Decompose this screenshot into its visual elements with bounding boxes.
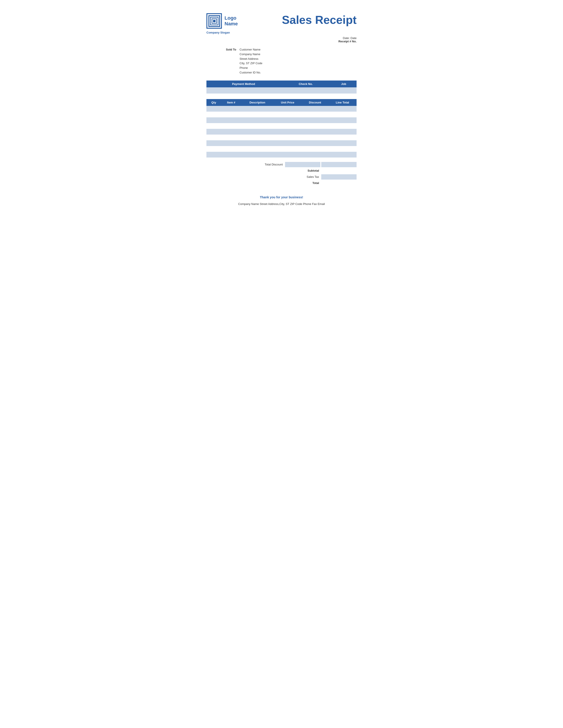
price-cell — [273, 135, 302, 140]
item-cell — [221, 112, 241, 117]
date-value: Date — [351, 36, 357, 40]
total-discount-label: Total Discount — [254, 163, 283, 166]
desc-cell — [241, 146, 273, 152]
company-name: Company Name — [239, 52, 262, 57]
payment-method-cell — [206, 87, 280, 94]
qty-cell — [206, 106, 221, 112]
desc-cell — [241, 106, 273, 112]
desc-cell — [241, 152, 273, 158]
total-cell — [328, 117, 357, 123]
sold-to-section: Sold To Customer Name Company Name Stree… — [206, 47, 357, 75]
line-total-header: Line Total — [328, 99, 357, 106]
price-cell — [273, 146, 302, 152]
total-cell — [328, 140, 357, 146]
total-cell — [328, 123, 357, 129]
desc-cell — [241, 129, 273, 135]
qty-cell — [206, 129, 221, 135]
price-cell — [273, 140, 302, 146]
payment-table: Payment Method Check No. Job — [206, 81, 357, 94]
desc-cell — [241, 112, 273, 117]
desc-cell — [241, 117, 273, 123]
sales-tax-box — [321, 174, 357, 180]
total-label: Total — [297, 181, 319, 185]
discount-cell — [302, 140, 328, 146]
price-cell — [273, 152, 302, 158]
discount-header: Discount — [302, 99, 328, 106]
payment-method-header: Payment Method — [206, 81, 280, 87]
logo-name-line2: Name — [224, 21, 238, 27]
total-row: Total — [297, 180, 357, 186]
receipt-title: Sales Receipt — [282, 13, 357, 26]
discount-cell — [302, 106, 328, 112]
date-section: Date: Date Receipt # No. — [206, 36, 357, 43]
total-value — [321, 180, 357, 186]
customer-id: Customer ID No. — [239, 70, 262, 75]
item-cell — [221, 135, 241, 140]
date-label: Date: — [343, 36, 350, 40]
table-row — [206, 140, 357, 146]
qty-header: Qty — [206, 99, 221, 106]
discount-cell — [302, 112, 328, 117]
customer-name: Customer Name — [239, 47, 262, 52]
qty-cell — [206, 140, 221, 146]
qty-cell — [206, 123, 221, 129]
qty-cell — [206, 146, 221, 152]
table-row — [206, 117, 357, 123]
desc-cell — [241, 135, 273, 140]
total-cell — [328, 146, 357, 152]
svg-rect-3 — [213, 20, 215, 22]
table-row — [206, 112, 357, 117]
footer-contact: Company Name Street Address,City, ST ZIP… — [206, 202, 357, 206]
total-cell — [328, 112, 357, 117]
table-row — [206, 129, 357, 135]
price-cell — [273, 129, 302, 135]
price-cell — [273, 117, 302, 123]
receipt-number: Receipt # No. — [206, 40, 357, 43]
total-discount-box1 — [285, 162, 321, 167]
subtotal-label: Subtotal — [297, 169, 319, 172]
company-slogan: Company Slogan — [206, 31, 357, 34]
table-row — [206, 152, 357, 158]
desc-cell — [241, 140, 273, 146]
sold-to-info: Customer Name Company Name Street Addres… — [239, 47, 262, 75]
table-row — [206, 106, 357, 112]
city-state-zip: City, ST ZIP Code — [239, 61, 262, 66]
item-cell — [221, 123, 241, 129]
logo-text: Logo Name — [224, 15, 238, 27]
item-no-header: Item # — [221, 99, 241, 106]
total-cell — [328, 129, 357, 135]
table-row — [206, 135, 357, 140]
logo-icon — [206, 13, 222, 29]
sales-tax-row: Sales Tax — [290, 174, 357, 180]
qty-cell — [206, 112, 221, 117]
total-cell — [328, 152, 357, 158]
total-discount-row: Total Discount — [254, 162, 357, 167]
total-cell — [328, 135, 357, 140]
thank-you-message: Thank you for your business! — [206, 195, 357, 199]
job-header: Job — [331, 81, 357, 87]
discount-cell — [302, 129, 328, 135]
date-row: Date: Date — [206, 36, 357, 40]
phone: Phone — [239, 66, 262, 70]
logo-name-line1: Logo — [224, 15, 238, 21]
item-cell — [221, 146, 241, 152]
price-cell — [273, 123, 302, 129]
street-address: Street Address — [239, 57, 262, 61]
logo-section: Logo Name — [206, 13, 238, 29]
item-cell — [221, 117, 241, 123]
sales-tax-label: Sales Tax — [290, 175, 319, 178]
item-cell — [221, 140, 241, 146]
discount-cell — [302, 123, 328, 129]
sold-to-label: Sold To — [206, 47, 239, 75]
item-cell — [221, 106, 241, 112]
qty-cell — [206, 135, 221, 140]
subtotal-row: Subtotal — [297, 168, 357, 173]
item-cell — [221, 129, 241, 135]
header-section: Logo Name Sales Receipt — [206, 13, 357, 29]
table-row — [206, 123, 357, 129]
items-table: Qty Item # Description Unit Price Discou… — [206, 99, 357, 158]
description-header: Description — [241, 99, 273, 106]
desc-cell — [241, 123, 273, 129]
table-row — [206, 146, 357, 152]
totals-section: Total Discount Subtotal Sales Tax Total — [206, 162, 357, 187]
